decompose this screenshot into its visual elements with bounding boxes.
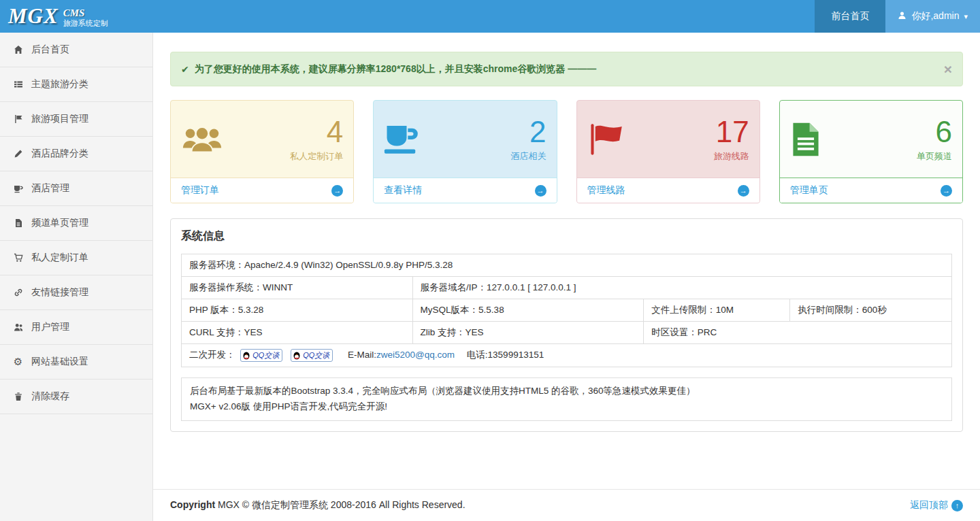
main-content: ✔ 为了您更好的使用本系统，建议屏幕分辨率1280*768以上，并且安装chro… <box>153 33 980 521</box>
sidebar-item-clear-cache[interactable]: 清除缓存 <box>0 380 152 414</box>
card-value: 6 <box>936 116 952 148</box>
server-ip-cell: 服务器域名/IP：127.0.0.1 [ 127.0.0.1 ] <box>412 277 951 299</box>
success-alert: ✔ 为了您更好的使用本系统，建议屏幕分辨率1280*768以上，并且安装chro… <box>170 52 963 86</box>
server-env-cell: 服务器环境：Apache/2.4.9 (Win32) OpenSSL/0.9.8… <box>182 254 952 277</box>
arrow-right-icon: → <box>331 185 343 197</box>
logo-cms: CMS <box>63 7 108 19</box>
qq-penguin-icon <box>293 352 301 360</box>
sidebar-item-label: 友情链接管理 <box>31 286 88 299</box>
card-footer-link[interactable]: 管理线路 → <box>577 178 760 203</box>
gear-icon: ⚙ <box>12 356 24 368</box>
card-single-pages: 6 单页频道 管理单页 → <box>779 100 963 203</box>
card-action-label: 管理单页 <box>790 184 828 197</box>
flag-icon <box>12 114 24 124</box>
arrow-right-icon: → <box>941 185 952 197</box>
sidebar-item-label: 旅游项目管理 <box>31 113 88 125</box>
coffee-icon <box>12 184 24 193</box>
app-window: MGX CMS 旅游系统定制 前台首页 你好,admin ▾ 后台首页 <box>0 0 980 521</box>
card-footer-link[interactable]: 管理订单 → <box>171 178 353 203</box>
list-icon <box>12 80 24 89</box>
frontend-home-button[interactable]: 前台首页 <box>815 0 885 33</box>
sidebar-item-user-management[interactable]: 用户管理 <box>0 310 152 345</box>
qq-chat-badge[interactable]: QQ交谈 <box>240 349 282 362</box>
sidebar-item-travel-projects[interactable]: 旅游项目管理 <box>0 102 152 137</box>
logo-subtext: CMS 旅游系统定制 <box>63 5 108 28</box>
php-version-cell: PHP 版本：5.3.28 <box>182 299 413 322</box>
developer-contact-cell: 二次开发： QQ交谈 QQ交谈 E-Mail:z <box>182 344 952 367</box>
trash-icon <box>12 392 24 401</box>
user-greeting-label: 你好,admin <box>911 10 959 22</box>
about-note: 后台布局基于最新版本的Bootstrap 3.3.4，完全响应式布局（浏览器建议… <box>181 377 952 421</box>
sidebar-item-label: 网站基础设置 <box>31 356 88 368</box>
arrow-right-icon: → <box>535 185 546 197</box>
sidebar-item-dashboard[interactable]: 后台首页 <box>0 33 152 67</box>
note-line-2: MGX+ v2.06版 使用PHP语言开发,代码完全开源! <box>190 399 943 415</box>
email-link[interactable]: zwei5200@qq.com <box>376 350 455 360</box>
home-icon <box>12 45 24 54</box>
qq-badge-label: QQ交谈 <box>252 350 279 360</box>
sidebar-item-friend-links[interactable]: 友情链接管理 <box>0 275 152 310</box>
copyright-text: Copyright MGX © 微信定制管理系统 2008-2016 All R… <box>170 499 466 511</box>
card-travel-routes: 17 旅游线路 管理线路 → <box>576 100 760 203</box>
pencil-icon <box>12 149 24 158</box>
table-row: 服务器环境：Apache/2.4.9 (Win32) OpenSSL/0.9.8… <box>182 254 952 277</box>
card-label: 酒店相关 <box>511 150 546 163</box>
table-row: CURL 支持：YES Zlib 支持：YES 时区设置：PRC <box>182 322 952 344</box>
note-line-1: 后台布局基于最新版本的Bootstrap 3.3.4，完全响应式布局（浏览器建议… <box>190 384 943 399</box>
user-menu-button[interactable]: 你好,admin ▾ <box>885 0 980 33</box>
card-action-label: 查看详情 <box>384 184 422 197</box>
sidebar-item-travel-categories[interactable]: 主题旅游分类 <box>0 67 152 102</box>
panel-title: 系统信息 <box>171 219 962 254</box>
server-os-cell: 服务器操作系统：WINNT <box>182 277 413 299</box>
logo-tagline: 旅游系统定制 <box>63 19 108 28</box>
dev-label: 二次开发： <box>189 350 235 360</box>
sidebar-item-site-settings[interactable]: ⚙ 网站基础设置 <box>0 345 152 380</box>
copyright-bold: Copyright <box>170 499 215 510</box>
card-label: 单页频道 <box>917 150 952 163</box>
sidebar-item-hotel-brands[interactable]: 酒店品牌分类 <box>0 137 152 171</box>
file-icon <box>12 218 24 228</box>
qq-chat-badge[interactable]: QQ交谈 <box>291 349 333 362</box>
page-footer: Copyright MGX © 微信定制管理系统 2008-2016 All R… <box>153 489 980 521</box>
card-footer-link[interactable]: 管理单页 → <box>780 178 962 203</box>
topbar-spacer <box>116 0 815 33</box>
qq-penguin-icon <box>242 352 250 360</box>
card-body: 2 酒店相关 <box>374 101 556 178</box>
back-to-top-link[interactable]: 返回顶部 ↑ <box>910 499 963 511</box>
card-footer-link[interactable]: 查看详情 → <box>374 178 556 203</box>
card-label: 私人定制订单 <box>290 150 343 163</box>
copyright-rest: MGX © 微信定制管理系统 2008-2016 All Rights Rese… <box>215 499 465 510</box>
sidebar-item-channel-pages[interactable]: 频道单页管理 <box>0 206 152 241</box>
caret-down-icon: ▾ <box>964 12 968 21</box>
timezone-cell: 时区设置：PRC <box>644 322 952 344</box>
sidebar-item-hotel-management[interactable]: 酒店管理 <box>0 171 152 206</box>
close-icon[interactable]: × <box>944 62 952 76</box>
link-icon <box>12 288 24 297</box>
card-value: 17 <box>716 116 749 148</box>
check-icon: ✔ <box>181 64 189 75</box>
sidebar-item-label: 用户管理 <box>31 321 69 333</box>
sidebar-item-label: 酒店品牌分类 <box>31 148 88 160</box>
arrow-up-icon: ↑ <box>951 500 963 511</box>
file-text-icon <box>790 122 839 157</box>
card-action-label: 管理线路 <box>587 184 625 197</box>
upload-limit-cell: 文件上传限制：10M <box>644 299 790 322</box>
exec-time-limit-cell: 执行时间限制：600秒 <box>790 299 952 322</box>
curl-support-cell: CURL 支持：YES <box>182 322 413 344</box>
user-icon <box>898 11 906 22</box>
sidebar-item-label: 私人定制订单 <box>31 252 88 264</box>
email-label: E-Mail: <box>348 350 376 360</box>
sidebar: 后台首页 主题旅游分类 旅游项目管理 酒店品牌分类 酒店管理 频道单页管理 <box>0 33 153 521</box>
users-group-icon <box>181 123 230 156</box>
brand-logo[interactable]: MGX CMS 旅游系统定制 <box>0 0 116 33</box>
card-action-label: 管理订单 <box>181 184 219 197</box>
table-row: 二次开发： QQ交谈 QQ交谈 E-Mail:z <box>182 344 952 367</box>
stat-cards-row: 4 私人定制订单 管理订单 → <box>170 100 963 203</box>
system-info-panel: 系统信息 服务器环境：Apache/2.4.9 (Win32) OpenSSL/… <box>170 218 963 432</box>
users-icon <box>12 322 24 332</box>
sidebar-item-label: 清除缓存 <box>31 390 69 403</box>
sidebar-item-custom-orders[interactable]: 私人定制订单 <box>0 241 152 275</box>
sidebar-item-label: 酒店管理 <box>31 182 69 195</box>
card-custom-orders: 4 私人定制订单 管理订单 → <box>170 100 354 203</box>
card-value: 2 <box>529 116 546 148</box>
